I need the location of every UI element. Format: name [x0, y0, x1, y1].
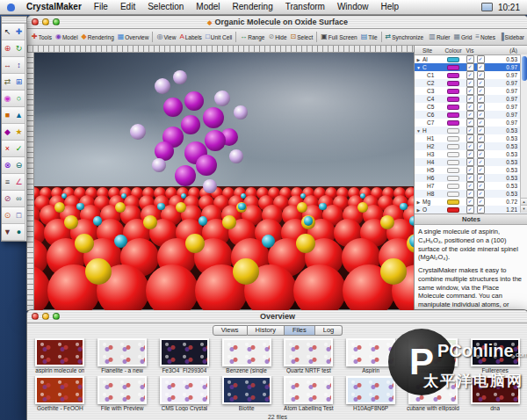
overview-zoom-button[interactable]: [53, 313, 60, 320]
colour-swatch[interactable]: [447, 81, 459, 86]
palette-tool-5[interactable]: ↔: [2, 57, 14, 74]
colour-swatch[interactable]: [447, 184, 459, 189]
colour-swatch[interactable]: [447, 73, 459, 78]
site-row-h3[interactable]: H3✓✓0.53: [415, 150, 527, 158]
colour-swatch[interactable]: [447, 65, 459, 70]
palette-tool-14[interactable]: ★: [13, 124, 25, 141]
use-checkbox[interactable]: ✓: [477, 127, 485, 134]
site-row-c5[interactable]: C5✓✓0.97: [415, 103, 527, 111]
scroll-down-arrow[interactable]: ▼: [521, 205, 527, 213]
visibility-checkbox[interactable]: ✓: [466, 166, 474, 174]
palette-tool-8[interactable]: ⊞: [13, 74, 25, 91]
visibility-checkbox[interactable]: ✓: [466, 127, 474, 134]
colour-swatch[interactable]: [447, 57, 459, 62]
apple-menu-icon[interactable]: [7, 4, 15, 11]
visibility-checkbox[interactable]: ✓: [466, 190, 474, 198]
palette-tool-16[interactable]: ✓: [13, 141, 25, 157]
toolbar-button-synchronize[interactable]: ⇄Synchronize: [384, 33, 425, 40]
use-checkbox[interactable]: ✓: [477, 198, 485, 206]
palette-tool-11[interactable]: ■: [2, 107, 14, 124]
palette-tool-22[interactable]: ∞: [13, 191, 25, 207]
palette-tool-10[interactable]: ○: [13, 91, 25, 107]
use-checkbox[interactable]: ✓: [477, 134, 485, 142]
colour-swatch[interactable]: [447, 112, 459, 118]
palette-tool-6[interactable]: ↕: [13, 57, 25, 74]
file-thumb-file-with-preview[interactable]: File with Preview: [91, 376, 154, 414]
sidebar-toggle-notes[interactable]: ≡Notes: [473, 33, 497, 40]
colour-swatch[interactable]: [447, 97, 459, 102]
visibility-checkbox[interactable]: ✓: [466, 150, 474, 158]
toolbar-button-rendering[interactable]: ◆Rendering: [80, 33, 116, 40]
menu-window[interactable]: Window: [331, 2, 375, 11]
colour-swatch[interactable]: [447, 192, 459, 197]
site-row-h4[interactable]: H4✓✓0.53: [415, 158, 527, 166]
site-row-c4[interactable]: C4✓✓0.97: [415, 95, 527, 103]
menu-help[interactable]: Help: [375, 2, 406, 11]
main-window-title-bar[interactable]: ◆Organic Molecule on Oxide Surface: [27, 16, 527, 29]
visibility-checkbox[interactable]: ✓: [466, 103, 474, 111]
palette-tool-2[interactable]: ✚: [13, 24, 25, 40]
use-checkbox[interactable]: ✓: [477, 142, 485, 150]
visibility-checkbox[interactable]: ✓: [466, 142, 474, 150]
menu-selection[interactable]: Selection: [141, 2, 190, 11]
file-thumb-cms-logo-crystal[interactable]: CMS Logo Crystal: [154, 376, 216, 414]
colour-swatch[interactable]: [447, 207, 459, 213]
use-checkbox[interactable]: ✓: [477, 119, 485, 127]
site-row-h5[interactable]: H5✓✓0.53: [415, 166, 527, 174]
site-row-c7[interactable]: C7✓✓0.97: [415, 119, 527, 127]
palette-title-bar[interactable]: [2, 17, 26, 24]
visibility-checkbox[interactable]: ✓: [466, 87, 474, 95]
use-checkbox[interactable]: ✓: [477, 103, 485, 111]
use-checkbox[interactable]: ✓: [477, 55, 485, 63]
use-checkbox[interactable]: ✓: [477, 79, 485, 87]
site-row-h6[interactable]: H6✓✓0.53: [415, 174, 527, 182]
palette-tool-12[interactable]: ▲: [13, 107, 25, 124]
toolbar-button-tile[interactable]: ▤Tile: [359, 33, 379, 40]
palette-tool-17[interactable]: ⊗: [2, 157, 14, 174]
visibility-checkbox[interactable]: ✓: [466, 119, 474, 127]
palette-tool-13[interactable]: ◆: [2, 124, 14, 141]
use-checkbox[interactable]: ✓: [477, 150, 485, 158]
disclosure-triangle-icon[interactable]: ▶: [415, 57, 422, 62]
file-thumb-biotite[interactable]: Biotite: [215, 376, 278, 414]
palette-tool-26[interactable]: ●: [13, 224, 25, 241]
toolbar-button-full-screen[interactable]: ▣Full Screen: [319, 33, 358, 40]
visibility-checkbox[interactable]: ✓: [466, 63, 474, 71]
use-checkbox[interactable]: ✓: [477, 87, 485, 95]
site-row-h2[interactable]: H2✓✓0.53: [415, 142, 527, 150]
toolbar-button-select[interactable]: ⊡Select: [289, 33, 315, 40]
palette-tool-18[interactable]: ⊖: [13, 157, 25, 174]
sidebar-toggle-sidebar[interactable]: ▐Sidebar: [497, 33, 526, 40]
file-thumb-fianelite-a-new[interactable]: Fianelite - a new: [91, 338, 154, 376]
colour-swatch[interactable]: [447, 199, 459, 205]
file-thumb-fe3o4-fi299304[interactable]: Fe3O4_FI299304: [154, 338, 216, 376]
minimize-button[interactable]: [42, 18, 49, 25]
visibility-checkbox[interactable]: ✓: [466, 174, 474, 182]
disclosure-triangle-icon[interactable]: ▶: [415, 199, 422, 205]
site-row-mg[interactable]: ▶Mg✓✓0.72: [415, 198, 527, 206]
toolbar-button-tools[interactable]: ✚Tools: [30, 33, 54, 40]
visibility-checkbox[interactable]: ✓: [466, 198, 474, 206]
palette-tool-7[interactable]: ⇄: [2, 74, 14, 91]
overview-close-button[interactable]: [32, 313, 39, 320]
palette-tool-4[interactable]: ↻: [13, 40, 25, 57]
site-row-c[interactable]: ▼C✓✓0.97: [415, 63, 527, 71]
site-row-al[interactable]: ▶Al✓✓0.53: [415, 55, 527, 63]
site-row-o[interactable]: ▶O✓✓1.21: [415, 206, 527, 214]
visibility-checkbox[interactable]: ✓: [466, 134, 474, 142]
overview-minimize-button[interactable]: [42, 313, 49, 320]
visibility-checkbox[interactable]: ✓: [466, 79, 474, 87]
colour-swatch[interactable]: [447, 160, 459, 165]
site-row-h8[interactable]: H8✓✓0.53: [415, 190, 527, 198]
site-row-c6[interactable]: C6✓✓0.97: [415, 111, 527, 119]
3d-viewport[interactable]: [34, 53, 414, 311]
close-button[interactable]: [32, 18, 39, 25]
site-row-h[interactable]: ▼H✓✓0.53: [415, 127, 527, 134]
palette-tool-24[interactable]: □: [13, 207, 25, 224]
colour-swatch[interactable]: [447, 168, 459, 173]
visibility-checkbox[interactable]: ✓: [466, 55, 474, 63]
menu-transform[interactable]: Transform: [279, 2, 331, 11]
disclosure-triangle-icon[interactable]: ▶: [415, 207, 422, 213]
palette-tool-19[interactable]: ≡: [2, 174, 14, 191]
scrollbar-thumb[interactable]: [522, 56, 527, 81]
